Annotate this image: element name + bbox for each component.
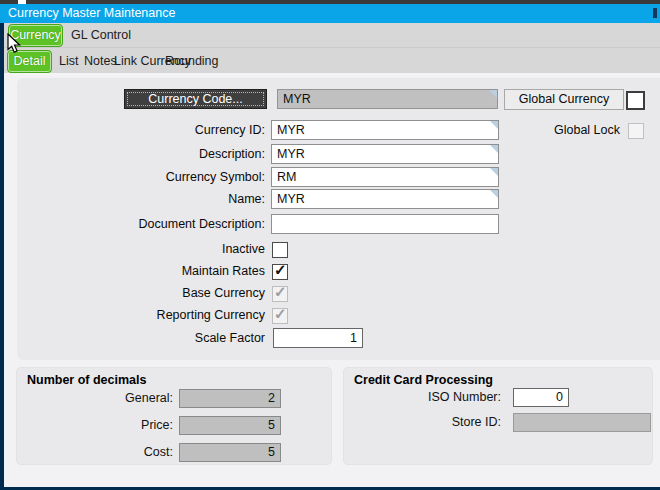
document-description-input[interactable]	[271, 214, 499, 234]
scale-factor-label: Scale Factor	[17, 328, 265, 348]
window-title: Currency Master Maintenance	[8, 6, 175, 20]
iso-number-label: ISO Number:	[354, 388, 501, 407]
number-of-decimals-panel: Number of decimals General: 2 Price: 5 C…	[16, 367, 332, 465]
scale-factor-input[interactable]: 1	[273, 328, 363, 348]
currency-id-label: Currency ID:	[17, 120, 265, 140]
currency-symbol-label: Currency Symbol:	[17, 167, 265, 187]
general-label: General:	[27, 389, 173, 408]
cost-value: 5	[179, 443, 281, 462]
currency-symbol-input[interactable]: RM	[271, 167, 499, 187]
maintain-rates-checkbox[interactable]	[272, 264, 288, 280]
inactive-checkbox[interactable]	[272, 242, 288, 258]
main-tab-strip: Currency GL Control	[4, 23, 660, 48]
price-label: Price:	[27, 416, 173, 435]
reporting-currency-checkbox	[272, 308, 288, 324]
subtab-notes[interactable]: Notes	[84, 48, 117, 74]
global-lock-checkbox	[628, 123, 644, 139]
titlebar-clipped-glyph	[653, 8, 657, 18]
document-description-label: Document Description:	[17, 214, 265, 234]
cost-label: Cost:	[27, 443, 173, 462]
tab-gl-control-label: GL Control	[71, 28, 131, 42]
mouse-cursor	[7, 33, 23, 55]
subtab-notes-label: Notes	[84, 54, 117, 68]
description-input[interactable]: MYR	[271, 144, 499, 164]
sub-tab-strip: Detail List Notes Link Currency Rounding	[4, 48, 660, 75]
detail-form-panel: Currency Code... MYR Global Currency Cur…	[17, 78, 660, 360]
tab-gl-control[interactable]: GL Control	[71, 23, 131, 48]
reporting-currency-label: Reporting Currency	[17, 305, 265, 325]
window-frame-left	[0, 23, 4, 490]
credit-card-processing-panel: Credit Card Processing ISO Number: 0 Sto…	[343, 367, 653, 465]
name-label: Name:	[17, 189, 265, 209]
global-currency-button[interactable]: Global Currency	[504, 89, 624, 110]
currency-master-maintenance-window: Currency Master Maintenance Currency GL …	[0, 0, 660, 490]
currency-code-value: MYR	[277, 89, 498, 109]
subtab-rounding-label: Rounding	[165, 54, 219, 68]
number-of-decimals-title: Number of decimals	[27, 373, 146, 387]
currency-id-input[interactable]: MYR	[271, 120, 499, 140]
credit-card-processing-title: Credit Card Processing	[354, 373, 493, 387]
store-id-label: Store ID:	[354, 413, 501, 432]
subtab-list-label: List	[59, 54, 78, 68]
currency-code-button[interactable]: Currency Code...	[124, 89, 267, 109]
maintain-rates-label: Maintain Rates	[17, 261, 265, 281]
global-lock-label: Global Lock	[467, 120, 620, 140]
iso-number-input[interactable]: 0	[513, 388, 569, 407]
inactive-label: Inactive	[17, 239, 265, 259]
global-currency-checkbox[interactable]	[626, 91, 645, 110]
description-label: Description:	[17, 144, 265, 164]
name-input[interactable]: MYR	[271, 189, 499, 209]
titlebar: Currency Master Maintenance	[0, 4, 660, 23]
base-currency-label: Base Currency	[17, 283, 265, 303]
store-id-value	[513, 413, 651, 432]
subtab-detail-label: Detail	[14, 54, 46, 68]
general-value: 2	[179, 389, 281, 408]
subtab-list[interactable]: List	[59, 48, 78, 74]
base-currency-checkbox	[272, 286, 288, 302]
price-value: 5	[179, 416, 281, 435]
subtab-rounding[interactable]: Rounding	[165, 48, 219, 74]
